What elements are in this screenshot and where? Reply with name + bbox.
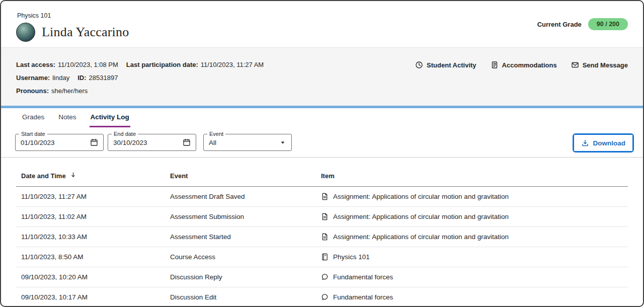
pronouns-value: she/her/hers <box>51 87 88 95</box>
row-datetime: 11/10/2023, 11:02 AM <box>16 207 165 227</box>
info-line-username: Username:linday ID:28531897 <box>16 74 628 82</box>
end-date-input[interactable] <box>113 139 179 146</box>
column-header-item: Item <box>316 166 628 187</box>
row-item: Assignment: Applications of circular mot… <box>316 227 628 247</box>
assignment-icon <box>321 233 329 241</box>
student-info-bar: Last access:11/10/2023, 1:08 PM Last par… <box>1 47 643 106</box>
last-access-value: 11/10/2023, 1:08 PM <box>58 61 118 68</box>
assignment-icon <box>321 193 329 200</box>
id-label: ID: <box>77 74 86 82</box>
grade-badge: 90 / 200 <box>588 18 628 30</box>
row-event: Discussion Edit <box>165 287 316 307</box>
column-header-datetime[interactable]: Date and Time <box>16 166 165 187</box>
table-row: 11/10/2023, 11:02 AMAssessment Submissio… <box>16 207 628 227</box>
activity-table: Date and Time Event Item 11/10/2023, 11:… <box>16 166 628 307</box>
header-left: Physics 101 Linda Yaccarino <box>16 8 129 47</box>
last-access-label: Last access: <box>16 61 55 68</box>
course-icon <box>321 253 329 261</box>
row-event: Assessment Submission <box>165 207 316 227</box>
row-item: Fundamental forces <box>316 267 628 287</box>
row-datetime: 11/10/2023, 10:33 AM <box>16 227 165 247</box>
event-select-label: Event <box>207 131 225 137</box>
row-item-label: Assignment: Applications of circular mot… <box>333 233 509 241</box>
assignment-icon <box>321 213 329 220</box>
row-item-label: Fundamental forces <box>333 273 393 281</box>
download-highlight-annotation: Download <box>573 133 634 152</box>
send-message-label: Send Message <box>583 61 628 69</box>
envelope-icon <box>571 61 579 69</box>
row-item: Fundamental forces <box>316 287 628 307</box>
event-select[interactable]: Event All <box>203 134 292 151</box>
tab-bar: Grades Notes Activity Log <box>1 108 643 127</box>
table-row: 11/10/2023, 8:50 AMCourse Access Physics… <box>16 247 628 267</box>
row-datetime: 09/10/2023, 10:17 AM <box>16 287 165 307</box>
current-grade-label: Current Grade <box>537 21 582 28</box>
column-header-datetime-label: Date and Time <box>21 172 66 180</box>
row-item-label: Assignment: Applications of circular mot… <box>333 193 509 200</box>
accommodations-label: Accommodations <box>502 61 557 69</box>
tab-grades[interactable]: Grades <box>21 108 45 127</box>
row-item: Assignment: Applications of circular mot… <box>316 207 628 227</box>
row-item-label: Physics 101 <box>333 253 370 261</box>
table-row: 11/10/2023, 11:27 AMAssessment Draft Sav… <box>16 187 628 207</box>
username-label: Username: <box>16 74 50 82</box>
filter-bar: Start date End date Event All <box>1 127 643 158</box>
column-header-event: Event <box>165 166 316 187</box>
table-row: 09/10/2023, 10:20 AMDiscussion Reply Fun… <box>16 267 628 287</box>
row-event: Assessment Draft Saved <box>165 187 316 207</box>
student-name: Linda Yaccarino <box>42 25 129 40</box>
row-event: Course Access <box>165 247 316 267</box>
chevron-down-icon <box>279 139 286 146</box>
last-participation-label: Last participation date: <box>126 61 198 68</box>
start-date-label: Start date <box>19 131 47 137</box>
clock-icon <box>415 61 423 69</box>
row-item-label: Fundamental forces <box>333 293 393 301</box>
avatar <box>16 23 35 42</box>
student-profile-window: Physics 101 Linda Yaccarino Current Grad… <box>0 0 644 307</box>
row-item: Assignment: Applications of circular mot… <box>316 187 628 207</box>
event-select-value: All <box>209 139 275 146</box>
row-item-label: Assignment: Applications of circular mot… <box>333 213 509 220</box>
current-grade: Current Grade 90 / 200 <box>537 18 628 31</box>
discussion-icon <box>321 293 329 301</box>
row-event: Assessment Started <box>165 227 316 247</box>
tab-activity-log[interactable]: Activity Log <box>90 108 130 127</box>
calendar-icon[interactable] <box>90 138 98 146</box>
end-date-field: End date <box>108 134 196 151</box>
info-line-pronouns: Pronouns:she/her/hers <box>16 87 628 95</box>
course-name: Physics 101 <box>17 12 129 19</box>
table-row: 09/10/2023, 10:17 AMDiscussion Edit Fund… <box>16 287 628 307</box>
header: Physics 101 Linda Yaccarino Current Grad… <box>1 1 643 47</box>
calendar-icon[interactable] <box>183 138 191 146</box>
username-value: linday <box>52 74 69 82</box>
accommodations-icon <box>491 61 499 69</box>
id-value: 28531897 <box>89 74 118 82</box>
download-label: Download <box>593 139 626 147</box>
row-datetime: 11/10/2023, 11:27 AM <box>16 187 165 207</box>
accommodations-button[interactable]: Accommodations <box>491 61 557 69</box>
table-header-row: Date and Time Event Item <box>16 166 628 187</box>
end-date-label: End date <box>112 131 138 137</box>
activity-table-body: 11/10/2023, 11:27 AMAssessment Draft Sav… <box>16 187 628 307</box>
row-datetime: 09/10/2023, 10:20 AM <box>16 267 165 287</box>
pronouns-label: Pronouns: <box>16 87 49 95</box>
send-message-button[interactable]: Send Message <box>571 61 628 69</box>
last-participation-value: 11/10/2023, 11:27 AM <box>201 61 264 68</box>
start-date-input[interactable] <box>21 139 86 146</box>
table-row: 11/10/2023, 10:33 AMAssessment Started A… <box>16 227 628 247</box>
discussion-icon <box>321 273 329 281</box>
tab-notes[interactable]: Notes <box>57 108 77 127</box>
download-button[interactable]: Download <box>574 135 633 151</box>
row-item: Physics 101 <box>316 247 628 267</box>
sort-descending-icon[interactable] <box>70 172 76 180</box>
start-date-field: Start date <box>15 134 104 151</box>
info-actions: Student Activity Accommodations Send <box>415 61 628 69</box>
download-icon <box>581 139 589 147</box>
student-activity-label: Student Activity <box>427 61 476 69</box>
activity-log-section: Date and Time Event Item 11/10/2023, 11:… <box>1 158 643 307</box>
row-datetime: 11/10/2023, 8:50 AM <box>16 247 165 267</box>
student-activity-button[interactable]: Student Activity <box>415 61 476 69</box>
row-event: Discussion Reply <box>165 267 316 287</box>
